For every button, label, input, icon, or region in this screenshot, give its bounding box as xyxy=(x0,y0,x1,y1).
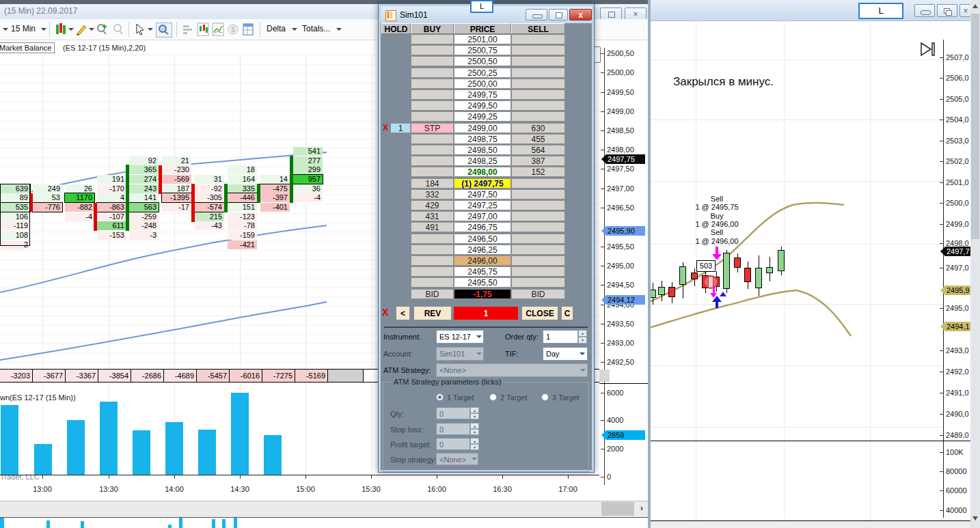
ladder-sell-cell[interactable] xyxy=(511,100,565,111)
time-label: 13:30 xyxy=(99,485,118,493)
scrollbar-right-button[interactable]: › xyxy=(636,502,648,516)
axis-tick-label: 2499,0 xyxy=(946,220,969,228)
column-header-sell[interactable]: SELL xyxy=(511,23,565,34)
hold-qty-cell[interactable]: 1 xyxy=(390,123,411,133)
footprint-cell: 274 xyxy=(129,175,159,184)
cancel-order-x[interactable]: X xyxy=(383,123,388,133)
ladder-price-cell: 2499,75 xyxy=(454,89,511,100)
ladder-price-cell: 2495,75 xyxy=(454,266,511,277)
position-qty[interactable]: 1 xyxy=(453,306,519,320)
column-header-hold[interactable]: HOLD xyxy=(381,23,411,34)
horizontal-scrollbar[interactable] xyxy=(0,501,649,518)
ladder-sell-cell[interactable] xyxy=(511,189,565,199)
footprint-cell: 611 xyxy=(97,221,126,230)
ladder-price-cell: 2496,50 xyxy=(454,234,511,244)
ladder-sell-cell[interactable] xyxy=(511,34,565,44)
scrollbar-up-icon[interactable] xyxy=(972,4,978,8)
ladder-sell-cell[interactable] xyxy=(511,211,565,221)
ladder-buy-cell[interactable] xyxy=(411,68,454,78)
ladder-sell-cell[interactable] xyxy=(511,89,565,100)
ladder-sell-cell[interactable] xyxy=(511,79,565,89)
rev-button[interactable]: REV xyxy=(413,306,452,320)
ladder-sell-cell[interactable]: 564 xyxy=(511,145,565,155)
time-tick-icon xyxy=(240,475,241,479)
ladder-buy-cell[interactable]: 429 xyxy=(411,200,454,210)
ladder-sell-cell[interactable] xyxy=(511,56,565,66)
ladder-buy-cell[interactable] xyxy=(411,56,454,66)
ladder-buy-cell[interactable]: STP xyxy=(411,123,454,133)
ladder-buy-cell[interactable] xyxy=(411,266,454,277)
axis-tick-label: 2506,0 xyxy=(946,74,969,82)
ladder-buy-cell[interactable] xyxy=(411,156,454,166)
ladder-buy-cell[interactable]: 431 xyxy=(411,211,454,221)
scrollbar-down-icon[interactable] xyxy=(972,516,978,520)
ladder-buy-cell[interactable] xyxy=(411,277,454,288)
price-marker: 2497,75 xyxy=(601,154,645,164)
ladder-sell-cell[interactable] xyxy=(511,266,565,277)
account-label: Account: xyxy=(383,350,413,358)
ladder-sell-cell[interactable]: 630 xyxy=(511,123,565,133)
flatten-button[interactable]: C xyxy=(561,306,573,320)
ladder-buy-cell[interactable] xyxy=(411,45,454,55)
ladder-sell-cell[interactable] xyxy=(511,277,565,288)
ladder-sell-cell[interactable] xyxy=(511,222,565,232)
dom-maximize-button[interactable] xyxy=(549,9,568,20)
ladder-buy-cell[interactable] xyxy=(411,255,454,266)
ladder-sell-cell[interactable] xyxy=(511,255,565,266)
footprint-cell: -574 xyxy=(195,203,224,212)
column-header-price[interactable]: PRICE xyxy=(454,23,511,34)
candle-body xyxy=(778,250,785,271)
vertical-scrollbar-thumb[interactable] xyxy=(971,14,979,239)
ladder-buy-cell[interactable]: 332 xyxy=(411,189,454,199)
ladder-sell-cell[interactable] xyxy=(511,45,565,55)
ladder-sell-cell[interactable]: 152 xyxy=(511,167,565,177)
column-header-buy[interactable]: BUY xyxy=(411,23,454,34)
stop-loss-down-icon: ▾ xyxy=(470,429,479,435)
radio-2-target[interactable] xyxy=(489,393,497,401)
back-button[interactable]: < xyxy=(396,306,410,320)
axis-tick-label: 2498,00 xyxy=(607,145,634,154)
ladder-sell-cell[interactable] xyxy=(511,200,565,210)
axis-tick-icon xyxy=(601,343,605,344)
ladder-buy-cell[interactable] xyxy=(411,89,454,100)
ladder-sell-cell[interactable] xyxy=(511,68,565,78)
time-label: 15:00 xyxy=(296,485,315,493)
scrollbar-thumb[interactable] xyxy=(601,502,634,516)
ladder-buy-cell[interactable] xyxy=(411,34,454,44)
order-qty-input[interactable]: 1 xyxy=(543,330,578,344)
tab-l-left[interactable]: L xyxy=(470,0,493,13)
ladder-buy-cell[interactable] xyxy=(411,167,454,177)
ladder-sell-cell[interactable] xyxy=(511,245,565,255)
ladder-buy-cell[interactable] xyxy=(411,100,454,111)
footprint-cell: -78 xyxy=(228,221,257,230)
dom-minimize-button[interactable] xyxy=(526,9,547,20)
radio-1-target[interactable] xyxy=(436,393,444,401)
ladder-buy-cell[interactable]: 491 xyxy=(411,222,454,232)
order-qty-down-icon[interactable]: ▾ xyxy=(578,337,587,344)
time-label: 17:00 xyxy=(558,485,577,493)
ladder-sell-cell[interactable] xyxy=(511,178,565,189)
close-position-button[interactable]: CLOSE xyxy=(521,306,558,320)
cancel-x[interactable]: X xyxy=(382,307,388,318)
ladder-sell-cell[interactable]: 387 xyxy=(511,156,565,166)
footprint-cell: -882 xyxy=(65,203,94,212)
ladder-buy-cell[interactable] xyxy=(411,111,454,122)
dom-close-button[interactable]: x xyxy=(569,9,592,20)
ladder-buy-cell[interactable] xyxy=(411,234,454,244)
ladder-price-cell: (1) 2497,75 xyxy=(454,178,511,189)
radio-3-target[interactable] xyxy=(541,393,549,401)
atm-caret-icon xyxy=(580,369,586,372)
ladder-buy-cell[interactable] xyxy=(411,134,454,144)
totals-cell: -3854 xyxy=(98,370,131,382)
delta-bar xyxy=(100,402,118,475)
ladder-sell-cell[interactable] xyxy=(511,234,565,244)
footprint-delta-bar xyxy=(94,203,97,231)
order-qty-up-icon[interactable]: ▴ xyxy=(578,330,587,337)
ladder-sell-cell[interactable]: 455 xyxy=(511,134,565,144)
ladder-buy-cell[interactable] xyxy=(411,79,454,89)
ladder-sell-cell[interactable] xyxy=(511,111,565,122)
footprint-cell: -17 xyxy=(162,203,191,212)
ladder-buy-cell[interactable] xyxy=(411,145,454,155)
ladder-buy-cell[interactable]: 184 xyxy=(411,178,454,189)
ladder-buy-cell[interactable] xyxy=(411,245,454,255)
